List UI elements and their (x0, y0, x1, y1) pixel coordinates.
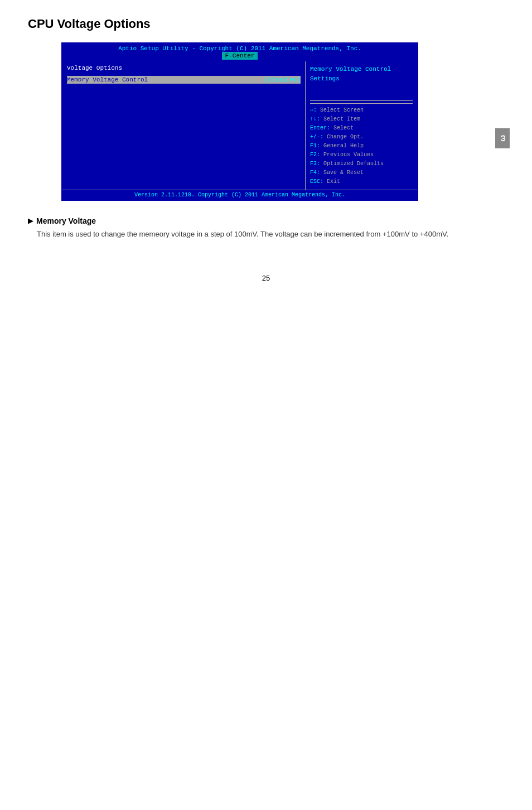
bios-key-list: ↔: Select Screen ↑↓: Select Item Enter: … (310, 103, 413, 186)
bios-footer: Version 2.11.1210. Copyright (C) 2011 Am… (62, 190, 417, 200)
key-f4-icon: F4: (310, 170, 320, 176)
key-esc-icon: ESC: (310, 179, 323, 185)
bios-menu-item-label: Memory Voltage Control (67, 76, 148, 83)
bios-key-f3: F3: Optimized Defaults (310, 160, 413, 168)
bios-left-spacer (67, 84, 301, 184)
bios-menu-item-value: [Disabled] (264, 76, 301, 83)
bios-left-panel: Voltage Options Memory Voltage Control [… (62, 61, 306, 190)
key-f2-icon: F2: (310, 152, 320, 158)
description-heading: Memory Voltage (28, 216, 504, 225)
page-number: 25 (28, 274, 504, 282)
key-enter-icon: Enter: (310, 125, 330, 131)
key-f1-icon: F1: (310, 143, 320, 149)
bios-section-title: Voltage Options (67, 65, 301, 71)
key-f3-icon: F3: (310, 161, 320, 167)
bios-key-select-item: ↑↓: Select Item (310, 115, 413, 124)
bios-right-description: Memory Voltage Control Settings (310, 65, 413, 98)
side-tab: ω (495, 128, 510, 148)
bios-key-select-screen: ↔: Select Screen (310, 106, 413, 115)
bios-right-divider (310, 100, 413, 101)
bios-key-enter: Enter: Select (310, 124, 413, 133)
description-text: This item is used to change the memeory … (37, 229, 504, 240)
bios-screen: Aptio Setup Utility - Copyright (C) 2011… (61, 42, 418, 201)
bios-center-label: F-Center (222, 52, 258, 60)
bios-header-text: Aptio Setup Utility - Copyright (C) 2011… (118, 45, 361, 52)
bios-right-panel: Memory Voltage Control Settings ↔: Selec… (306, 61, 417, 190)
bios-key-change: +/-: Change Opt. (310, 133, 413, 142)
bios-key-f1: F1: General Help (310, 142, 413, 151)
bios-key-f4: F4: Save & Reset (310, 168, 413, 177)
bios-right-subtitle: Settings (310, 75, 340, 82)
key-plusminus-icon: +/-: (310, 134, 323, 140)
key-arrow-lr-icon: ↔: (310, 107, 317, 113)
section-description: Memory Voltage This item is used to chan… (28, 216, 504, 240)
key-arrow-ud-icon: ↑↓: (310, 116, 320, 122)
bios-key-f2: F2: Previous Values (310, 151, 413, 160)
bios-key-esc: ESC: Exit (310, 177, 413, 186)
bios-menu-item-memory-voltage[interactable]: Memory Voltage Control [Disabled] (67, 76, 301, 84)
page-title: CPU Voltage Options (28, 17, 504, 31)
bios-body: Voltage Options Memory Voltage Control [… (62, 61, 417, 190)
page-wrapper: CPU Voltage Options Aptio Setup Utility … (28, 17, 504, 282)
bios-header: Aptio Setup Utility - Copyright (C) 2011… (62, 44, 417, 61)
bios-right-title: Memory Voltage Control (310, 66, 391, 73)
